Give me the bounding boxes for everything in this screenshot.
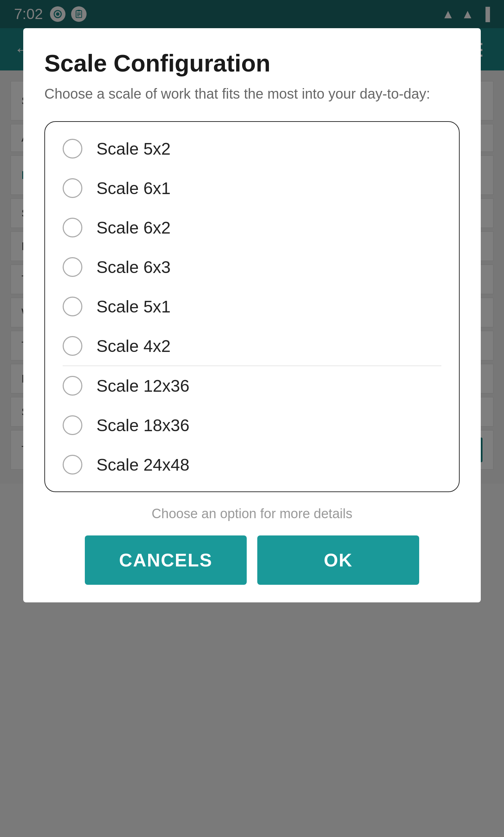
scale-5x1-label: Scale 5x1 [96,297,171,316]
list-item[interactable]: Scale 18x36 [45,405,459,445]
list-item[interactable]: Scale 5x2 [45,129,459,168]
dialog-overlay: Scale Configuration Choose a scale of wo… [0,0,504,837]
dialog-subtitle: Choose a scale of work that fits the mos… [44,84,460,104]
list-item[interactable]: Scale 12x36 [45,366,459,405]
scale-18x36-label: Scale 18x36 [96,416,189,435]
scale-6x1-label: Scale 6x1 [96,179,171,198]
list-item[interactable]: Scale 6x1 [45,168,459,208]
scale-24x48-label: Scale 24x48 [96,455,189,475]
list-item[interactable]: Scale 4x2 [45,326,459,366]
scale-5x2-label: Scale 5x2 [96,139,171,159]
radio-scale-5x2[interactable] [63,139,82,159]
list-item[interactable]: Scale 6x2 [45,208,459,247]
radio-scale-12x36[interactable] [63,376,82,396]
ok-button[interactable]: OK [257,535,419,585]
radio-scale-24x48[interactable] [63,455,82,475]
dialog-title: Scale Configuration [44,49,460,77]
list-item[interactable]: Scale 5x1 [45,287,459,326]
scale-configuration-dialog: Scale Configuration Choose a scale of wo… [23,28,481,602]
list-item[interactable]: Scale 24x48 [45,445,459,484]
radio-scale-6x3[interactable] [63,257,82,277]
scale-4x2-label: Scale 4x2 [96,336,171,356]
radio-scale-6x1[interactable] [63,178,82,198]
scale-options-list: Scale 5x2 Scale 6x1 Scale 6x2 Scale 6x3 … [44,121,460,492]
radio-scale-18x36[interactable] [63,415,82,435]
scale-6x2-label: Scale 6x2 [96,218,171,237]
scale-12x36-label: Scale 12x36 [96,376,189,396]
radio-scale-6x2[interactable] [63,218,82,237]
dialog-buttons: CANCELS OK [44,535,460,585]
scale-6x3-label: Scale 6x3 [96,258,171,277]
radio-scale-5x1[interactable] [63,297,82,316]
list-item[interactable]: Scale 6x3 [45,247,459,287]
dialog-hint: Choose an option for more details [44,506,460,521]
cancel-button[interactable]: CANCELS [85,535,247,585]
radio-scale-4x2[interactable] [63,336,82,356]
